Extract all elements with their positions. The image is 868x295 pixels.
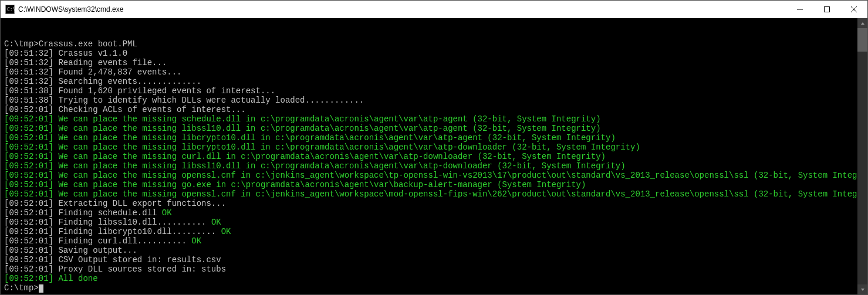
log-timestamp: [09:52:01] <box>4 161 58 171</box>
terminal-line: [09:52:01] Finding curl.dll.......... OK <box>4 236 864 246</box>
terminal-line: [09:52:01] We can place the missing open… <box>4 171 864 180</box>
log-message: We can place the missing libcrypto10.dll… <box>58 143 640 152</box>
log-message: Finding libcrypto10.dll......... <box>58 227 221 236</box>
log-timestamp: [09:52:01] <box>4 171 58 180</box>
log-timestamp: [09:51:38] <box>4 86 58 96</box>
log-message: We can place the missing libssl10.dll in… <box>58 161 625 171</box>
log-message: Saving output... <box>58 246 137 255</box>
terminal-line: [09:52:01] We can place the missing libs… <box>4 124 864 133</box>
log-message: Finding schedule.dll <box>58 208 161 218</box>
log-message: Checking ACLs of events of interest... <box>58 105 245 114</box>
terminal-line: [09:52:01] We can place the missing open… <box>4 189 864 199</box>
terminal-line: [09:52:01] We can place the missing curl… <box>4 152 864 161</box>
cmd-icon: C:\ <box>5 5 15 14</box>
log-timestamp: [09:52:01] <box>4 218 58 227</box>
log-timestamp: [09:52:01] <box>4 105 58 114</box>
log-message: Finding curl.dll.......... <box>58 236 191 246</box>
terminal-line: [09:51:38] Trying to identify which DLLs… <box>4 96 864 105</box>
terminal-line: [09:51:32] Crassus v1.1.0 <box>4 49 864 58</box>
scrollbar-track[interactable] <box>857 28 867 284</box>
log-message: We can place the missing openssl.cnf in … <box>58 189 867 199</box>
log-timestamp: [09:52:01] <box>4 255 58 265</box>
prompt-line: C:\tmp> <box>4 283 39 293</box>
log-timestamp: [09:51:32] <box>4 77 58 86</box>
terminal-line: [09:51:32] Found 2,478,837 events... <box>4 67 864 77</box>
log-message: We can place the missing curl.dll in c:\… <box>58 152 606 161</box>
terminal-line: [09:52:01] All done <box>4 274 864 283</box>
terminal-line: C:\tmp>Crassus.exe boot.PML <box>4 39 864 49</box>
log-message: We can place the missing libssl10.dll in… <box>58 124 600 133</box>
terminal-line: [09:52:01] CSV Output stored in: results… <box>4 255 864 265</box>
log-timestamp: [09:52:01] <box>4 246 58 255</box>
close-button[interactable] <box>840 1 867 18</box>
log-message: Trying to identify which DLLs were actua… <box>58 96 364 105</box>
log-message: We can place the missing libcrypto10.dll… <box>58 133 615 143</box>
terminal-line: C:\tmp> <box>4 283 864 293</box>
log-timestamp: [09:51:32] <box>4 67 58 77</box>
terminal-line: [09:52:01] Checking ACLs of events of in… <box>4 105 864 114</box>
svg-line-6 <box>851 6 857 12</box>
terminal-line: [09:52:01] We can place the missing libs… <box>4 161 864 171</box>
scroll-up-button[interactable] <box>857 18 867 28</box>
log-timestamp: [09:52:01] <box>4 114 58 124</box>
terminal-line: [09:52:01] Proxy DLL sources stored in: … <box>4 265 864 274</box>
svg-rect-4 <box>825 7 830 12</box>
vertical-scrollbar[interactable] <box>857 18 867 294</box>
log-timestamp: [09:52:01] <box>4 199 58 208</box>
log-timestamp: [09:52:01] <box>4 143 58 152</box>
log-timestamp: [09:51:32] <box>4 49 58 58</box>
window-controls <box>786 1 867 18</box>
log-message: Proxy DLL sources stored in: stubs <box>58 265 226 274</box>
log-status: OK <box>221 227 231 236</box>
scrollbar-thumb[interactable] <box>857 28 867 52</box>
log-timestamp: [09:52:01] <box>4 124 58 133</box>
maximize-button[interactable] <box>813 1 840 18</box>
log-timestamp: [09:52:01] <box>4 208 58 218</box>
log-status: OK <box>211 218 221 227</box>
log-timestamp: [09:52:01] <box>4 236 58 246</box>
terminal-line: [09:52:01] Finding libcrypto10.dll......… <box>4 227 864 236</box>
log-timestamp: [09:52:01] <box>4 274 58 283</box>
terminal-output[interactable]: C:\tmp>Crassus.exe boot.PML[09:51:32] Cr… <box>1 18 867 294</box>
prompt-line: C:\tmp>Crassus.exe boot.PML <box>4 39 137 49</box>
log-message: We can place the missing schedule.dll in… <box>58 114 600 124</box>
log-timestamp: [09:51:38] <box>4 96 58 105</box>
terminal-line: [09:51:38] Found 1,620 privileged events… <box>4 86 864 96</box>
terminal-line: [09:52:01] We can place the missing libc… <box>4 133 864 143</box>
title-bar[interactable]: C:\ C:\WINDOWS\system32\cmd.exe <box>1 1 867 18</box>
log-timestamp: [09:52:01] <box>4 133 58 143</box>
window-title: C:\WINDOWS\system32\cmd.exe <box>18 5 786 13</box>
minimize-button[interactable] <box>786 1 813 18</box>
terminal-line: [09:51:32] Searching events............. <box>4 77 864 86</box>
log-message: CSV Output stored in: results.csv <box>58 255 221 265</box>
terminal-line: [09:52:01] We can place the missing go.e… <box>4 180 864 189</box>
terminal-line: [09:52:01] We can place the missing sche… <box>4 114 864 124</box>
log-status: OK <box>191 236 201 246</box>
terminal-line: [09:52:01] We can place the missing libc… <box>4 143 864 152</box>
log-message: All done <box>58 274 97 283</box>
log-timestamp: [09:52:01] <box>4 152 58 161</box>
scroll-down-button[interactable] <box>857 284 867 294</box>
log-message: Extracting DLL export functions... <box>58 199 226 208</box>
log-timestamp: [09:52:01] <box>4 189 58 199</box>
log-message: Found 2,478,837 events... <box>58 67 181 77</box>
log-message: We can place the missing openssl.cnf in … <box>58 171 867 180</box>
log-message: Reading events file... <box>58 58 167 67</box>
svg-text:C:\: C:\ <box>7 7 15 12</box>
cursor <box>39 284 43 293</box>
log-message: Finding libssl10.dll.......... <box>58 218 211 227</box>
svg-marker-7 <box>861 22 864 25</box>
terminal-line: [09:52:01] Finding schedule.dll OK <box>4 208 864 218</box>
log-message: Searching events............. <box>58 77 201 86</box>
log-timestamp: [09:52:01] <box>4 180 58 189</box>
terminal-line: [09:52:01] Extracting DLL export functio… <box>4 199 864 208</box>
command-prompt-window: C:\ C:\WINDOWS\system32\cmd.exe C:\tmp>C… <box>0 0 868 295</box>
svg-line-5 <box>851 6 857 12</box>
terminal-line: [09:52:01] Saving output... <box>4 246 864 255</box>
svg-marker-8 <box>861 289 864 291</box>
log-message: Found 1,620 privileged events of interes… <box>58 86 275 96</box>
log-timestamp: [09:52:01] <box>4 265 58 274</box>
log-status: OK <box>162 208 172 218</box>
log-message: Crassus v1.1.0 <box>58 49 127 58</box>
terminal-line: [09:51:32] Reading events file... <box>4 58 864 67</box>
